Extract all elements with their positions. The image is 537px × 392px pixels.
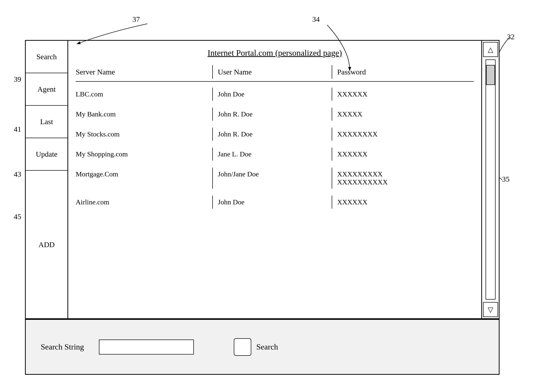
- table-row: My Stocks.com John R. Doe XXXXXXXX: [76, 124, 474, 144]
- scrollbar: △ ▽: [481, 41, 499, 318]
- sidebar-search-label: Search: [36, 52, 57, 61]
- search-string-input[interactable]: [99, 340, 194, 355]
- cell-pass-3: XXXXXX: [332, 148, 474, 161]
- top-section: Search Agent Last Update ADD Internet Po…: [26, 41, 499, 319]
- col-header-user: User Name: [212, 65, 332, 79]
- table-row: LBC.com John Doe XXXXXX: [76, 84, 474, 104]
- cell-server-5: Airline.com: [76, 196, 212, 209]
- scroll-track: [486, 59, 496, 300]
- cell-user-3: Jane L. Doe: [212, 148, 332, 161]
- cell-user-5: John Doe: [212, 196, 332, 209]
- sidebar-update-label: Update: [36, 150, 57, 158]
- cell-pass-1: XXXXX: [332, 108, 474, 121]
- cell-pass-4: XXXXXXXXX XXXXXXXXXX: [332, 168, 474, 189]
- main-window: Search Agent Last Update ADD Internet Po…: [25, 40, 500, 375]
- cell-server-0: LBC.com: [76, 88, 212, 101]
- annotation-32: 32: [507, 32, 515, 41]
- cell-pass-2: XXXXXXXX: [332, 128, 474, 141]
- sidebar: Search Agent Last Update ADD: [26, 41, 68, 318]
- main-content: Internet Portal.com (personalized page) …: [68, 41, 481, 318]
- sidebar-item-agent[interactable]: Agent: [26, 73, 67, 106]
- scroll-down-arrow-icon: ▽: [488, 306, 493, 314]
- table-row: Airline.com John Doe XXXXXX: [76, 192, 474, 212]
- annotation-43: 43: [14, 170, 21, 178]
- cell-user-0: John Doe: [212, 88, 332, 101]
- cell-user-4: John/Jane Doe: [212, 168, 332, 189]
- cell-server-3: My Shopping.com: [76, 148, 212, 161]
- data-table: Server Name User Name Password LBC.com J…: [68, 63, 481, 318]
- sidebar-last-label: Last: [40, 117, 53, 126]
- bottom-search-section: Search String Search: [26, 319, 499, 374]
- cell-server-4: Mortgage.Com: [76, 168, 212, 189]
- search-button-label: Search: [256, 342, 278, 352]
- annotation-34: 34: [312, 15, 320, 23]
- scroll-up-button[interactable]: △: [483, 42, 498, 57]
- search-button-area: Search: [234, 338, 278, 356]
- cell-pass-5: XXXXXX: [332, 196, 474, 209]
- sidebar-item-update[interactable]: Update: [26, 138, 67, 171]
- sidebar-add-label: ADD: [38, 240, 55, 249]
- table-row: My Shopping.com Jane L. Doe XXXXXX: [76, 144, 474, 164]
- scroll-thumb[interactable]: [486, 65, 495, 85]
- table-row: My Bank.com John R. Doe XXXXX: [76, 104, 474, 124]
- scroll-down-button[interactable]: ▽: [483, 302, 498, 317]
- cell-server-1: My Bank.com: [76, 108, 212, 121]
- table-row: Mortgage.Com John/Jane Doe XXXXXXXXX XXX…: [76, 164, 474, 192]
- portal-title: Internet Portal.com (personalized page): [68, 41, 481, 63]
- table-header-row: Server Name User Name Password: [76, 65, 474, 82]
- annotation-35: 35: [502, 175, 510, 183]
- cell-user-2: John R. Doe: [212, 128, 332, 141]
- annotation-37: 37: [132, 15, 140, 23]
- col-header-password: Password: [332, 65, 474, 79]
- scroll-up-arrow-icon: △: [488, 45, 493, 54]
- sidebar-item-add[interactable]: ADD: [26, 171, 67, 318]
- annotation-45: 45: [14, 212, 21, 221]
- search-button[interactable]: [234, 338, 251, 356]
- sidebar-item-search[interactable]: Search: [26, 41, 67, 73]
- cell-user-1: John R. Doe: [212, 108, 332, 121]
- sidebar-item-last[interactable]: Last: [26, 106, 67, 138]
- search-string-label: Search String: [41, 342, 84, 352]
- annotation-41: 41: [14, 125, 21, 133]
- cell-server-2: My Stocks.com: [76, 128, 212, 141]
- sidebar-agent-label: Agent: [37, 85, 56, 93]
- cell-pass-0: XXXXXX: [332, 88, 474, 101]
- annotation-39: 39: [14, 75, 21, 83]
- col-header-server: Server Name: [76, 65, 212, 79]
